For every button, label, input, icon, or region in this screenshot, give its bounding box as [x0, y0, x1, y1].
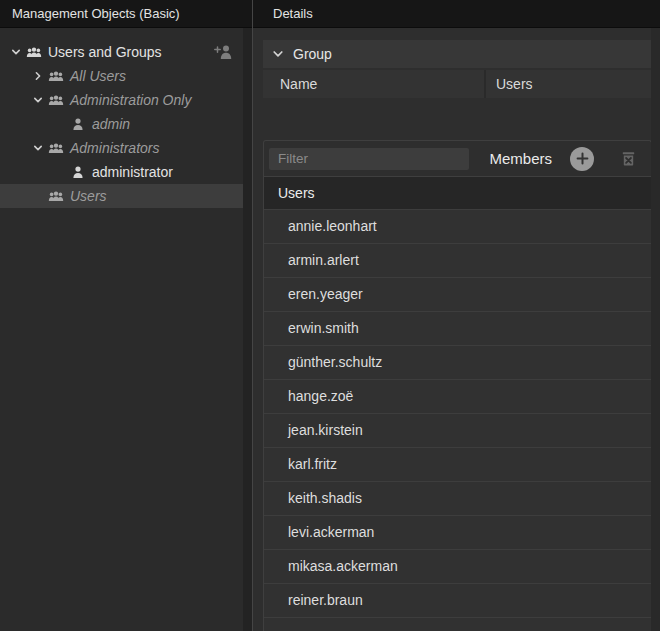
name-property-label: Name — [263, 70, 486, 98]
member-name: eren.yeager — [288, 286, 363, 302]
users-group-icon — [48, 70, 64, 82]
add-member-button[interactable] — [570, 147, 594, 171]
trash-icon — [619, 149, 638, 168]
user-icon — [72, 166, 84, 178]
members-toolbar: Members — [264, 141, 651, 176]
users-group-icon — [26, 46, 42, 58]
member-row[interactable]: keith.shadis — [264, 481, 651, 515]
member-row[interactable]: karl.fritz — [264, 447, 651, 481]
tree-item-label: admin — [92, 116, 130, 132]
tree-item[interactable]: Administration Only — [0, 88, 243, 112]
tree-item[interactable]: administrator — [0, 160, 243, 184]
member-row-partial — [264, 617, 651, 631]
member-row[interactable]: reiner.braun — [264, 583, 651, 617]
tree-item[interactable]: Users — [0, 184, 243, 208]
name-property-value: Users — [486, 70, 533, 98]
members-table: Users annie.leonhart armin.arlert eren.y… — [264, 176, 651, 631]
tree-item[interactable]: Administrators — [0, 136, 243, 160]
member-name: jean.kirstein — [288, 422, 363, 438]
icon-slot — [46, 94, 66, 106]
add-user-icon[interactable] — [214, 45, 233, 62]
expander-slot — [8, 47, 24, 57]
member-name: levi.ackerman — [288, 524, 374, 540]
members-list: annie.leonhart armin.arlert eren.yeager … — [264, 209, 651, 617]
icon-slot — [24, 46, 44, 58]
details-panel-title: Details — [253, 0, 660, 28]
expander-slot — [30, 143, 46, 153]
tree-item-label: Administration Only — [70, 92, 191, 108]
member-row[interactable]: jean.kirstein — [264, 413, 651, 447]
left-scrollbar-gutter — [243, 28, 252, 631]
group-section-header[interactable]: Group — [263, 40, 652, 68]
users-group-icon — [48, 190, 64, 202]
chevron-down-icon[interactable] — [33, 143, 43, 153]
member-name: reiner.braun — [288, 592, 363, 608]
member-row[interactable]: erwin.smith — [264, 311, 651, 345]
objects-tree: Users and Groups — [0, 28, 252, 208]
members-section: Members Users — [263, 140, 652, 631]
member-row[interactable]: eren.yeager — [264, 277, 651, 311]
member-row[interactable]: annie.leonhart — [264, 209, 651, 243]
tree-item[interactable]: All Users — [0, 64, 243, 88]
details-body: Group Name Users Members — [253, 28, 660, 631]
app-window: Management Objects (Basic) — [0, 0, 660, 631]
member-name: keith.shadis — [288, 490, 362, 506]
icon-slot — [46, 190, 66, 202]
member-name: armin.arlert — [288, 252, 359, 268]
member-name: hange.zoë — [288, 388, 353, 404]
member-name: karl.fritz — [288, 456, 337, 472]
member-row[interactable]: levi.ackerman — [264, 515, 651, 549]
users-group-icon — [48, 94, 64, 106]
icon-slot — [68, 166, 88, 178]
member-row[interactable]: günther.schultz — [264, 345, 651, 379]
member-name: annie.leonhart — [288, 218, 377, 234]
chevron-down-icon[interactable] — [11, 47, 21, 57]
icon-slot — [68, 118, 88, 130]
details-panel: Details Group Name Users M — [252, 0, 660, 631]
members-table-header: Users — [264, 177, 651, 209]
member-row[interactable]: armin.arlert — [264, 243, 651, 277]
users-group-icon — [48, 142, 64, 154]
icon-slot — [46, 142, 66, 154]
left-panel-title: Management Objects (Basic) — [0, 0, 252, 28]
group-section: Group Name Users — [263, 40, 652, 98]
chevron-down-icon[interactable] — [33, 95, 43, 105]
tree-item-label: Administrators — [70, 140, 159, 156]
group-section-label: Group — [293, 46, 332, 62]
member-name: erwin.smith — [288, 320, 359, 336]
expander-slot — [30, 71, 46, 81]
member-row[interactable]: mikasa.ackerman — [264, 549, 651, 583]
tree-item[interactable]: Users and Groups — [0, 40, 243, 64]
tree-item-label: Users — [70, 188, 107, 204]
left-panel: Management Objects (Basic) — [0, 0, 252, 631]
user-icon — [72, 118, 84, 130]
member-row[interactable]: hange.zoë — [264, 379, 651, 413]
delete-member-button[interactable] — [619, 149, 638, 168]
tree-item-label: Users and Groups — [48, 44, 162, 60]
member-name: mikasa.ackerman — [288, 558, 398, 574]
chevron-right-icon[interactable] — [33, 71, 43, 81]
icon-slot — [46, 70, 66, 82]
plus-icon — [576, 152, 589, 165]
tree-item-label: All Users — [70, 68, 126, 84]
right-scrollbar-gutter — [651, 28, 660, 631]
expander-slot — [30, 95, 46, 105]
members-title: Members — [489, 150, 552, 167]
chevron-down-icon — [272, 48, 284, 60]
tree-item[interactable]: admin — [0, 112, 243, 136]
group-name-row[interactable]: Name Users — [263, 70, 652, 98]
member-name: günther.schultz — [288, 354, 382, 370]
filter-input[interactable] — [269, 148, 469, 170]
tree-item-label: administrator — [92, 164, 173, 180]
